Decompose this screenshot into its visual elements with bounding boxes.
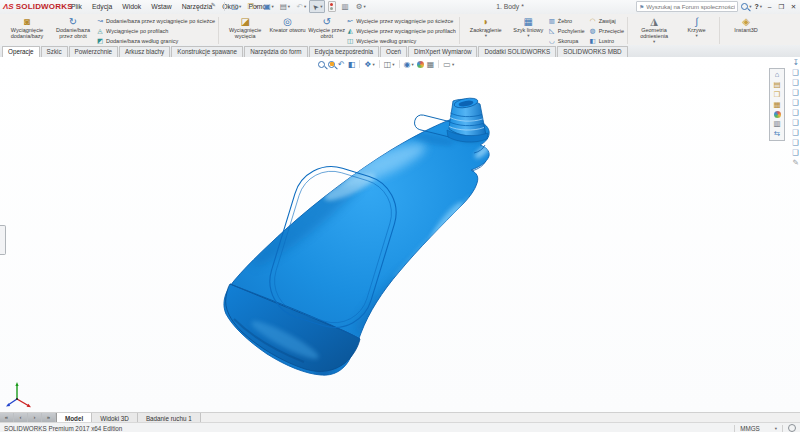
cut-extrude-button[interactable]: ◪ Wyciągnięcie wycięcia — [222, 15, 268, 46]
close-button[interactable]: ✕ — [789, 3, 798, 11]
select-tool-button[interactable]: ➤ ▾ — [309, 0, 324, 13]
tags-icon[interactable] — [788, 424, 796, 432]
previous-view-button[interactable]: ↶ — [338, 60, 345, 69]
linear-pattern-button[interactable]: ▦ Szyk liniowy ▾ — [509, 15, 548, 46]
tab-dodatki-solidworks[interactable]: Dodatki SOLIDWORKS — [478, 46, 556, 58]
chevron-down-icon: ▾ — [272, 4, 274, 9]
sketch-pencil-icon[interactable]: ✎ — [792, 159, 798, 168]
section-view-button[interactable]: ◧ — [348, 60, 356, 69]
statusbar-right: MMGS ▾ — [734, 424, 800, 432]
view-right-button[interactable]: ❑ — [792, 99, 799, 108]
view-settings-button[interactable]: ▭ ▾ — [443, 60, 454, 69]
chevron-down-icon: ▾ — [760, 4, 762, 9]
restore-button[interactable]: ❐ — [777, 3, 786, 11]
tab-powierzchnie[interactable]: Powierzchnie — [69, 46, 118, 58]
chevron-down-icon: ▾ — [255, 4, 257, 9]
model-bottle[interactable] — [0, 57, 800, 412]
new-button[interactable]: ▢ ▾ — [228, 0, 243, 13]
wrap-button[interactable]: ◠ Zawijaj — [589, 16, 624, 25]
file-explorer-icon[interactable]: ❒ — [774, 91, 781, 100]
reference-geometry-button[interactable]: ◮ Geometria odniesienia ▾ — [631, 15, 677, 46]
task-pane-tab-strip: ⌂ ▤ ❒ ▦ ▥ ⇆ — [769, 68, 785, 141]
display-style-button[interactable]: ◫ ▾ — [384, 60, 395, 69]
boss-extrude-button[interactable]: ◙ Wyciągnięcie dodania/bazy — [4, 15, 50, 46]
view-front-button[interactable]: ❑ — [792, 69, 799, 78]
view-trimetric-button[interactable]: ❑ — [792, 139, 799, 148]
resources-home-icon[interactable]: ⌂ — [775, 71, 780, 80]
menu-plik[interactable]: Plik — [66, 3, 87, 10]
forum-flag-icon: ⚑ — [639, 4, 644, 10]
tab-konstrukcje-spawane[interactable]: Konstrukcje spawane — [171, 46, 243, 58]
undo-button[interactable]: ↶ ▾ — [293, 0, 308, 13]
hide-show-items-button[interactable]: ◉ ▾ — [404, 60, 414, 69]
view-dimetric-button[interactable]: ❑ — [792, 149, 799, 158]
coordinate-triad — [4, 379, 34, 409]
button-label: Lustro — [599, 38, 614, 44]
zoom-area-button[interactable] — [328, 61, 335, 68]
rebuild-button[interactable] — [326, 0, 338, 13]
instant3d-button[interactable]: ◈ Instant3D — [723, 15, 769, 46]
menu-edycja[interactable]: Edycja — [87, 3, 117, 10]
menu-wstaw[interactable]: Wstaw — [146, 3, 176, 10]
minimize-button[interactable]: – — [765, 3, 774, 10]
fillet-button[interactable]: ◗ Zaokrąglenie ▾ — [463, 15, 509, 46]
view-palette-icon[interactable]: ▦ — [773, 101, 780, 110]
options-button[interactable]: ⚙ ▾ — [353, 0, 368, 13]
search-button[interactable]: ▾ — [741, 3, 751, 10]
custom-properties-icon[interactable]: ▥ — [773, 120, 780, 129]
view-orientation-button[interactable]: ❖ ▾ — [364, 60, 374, 69]
revolved-cut-button[interactable]: ↺ Wycięcie przez obrót — [307, 15, 346, 46]
print-button[interactable]: ▤ ▾ — [277, 0, 292, 13]
boundary-cut-button[interactable]: ◫ Wycięcie według granicy — [346, 36, 456, 45]
feature-manager-collapsed-tab[interactable] — [0, 225, 6, 255]
tab-szkic[interactable]: Szkic — [41, 46, 68, 58]
forum-icon[interactable]: ⇆ — [774, 130, 780, 139]
intersect-button[interactable]: ◍ Przecięcie — [589, 26, 624, 35]
lofted-cut-button[interactable]: ◭ Wycięcie przez wyciągnięcie po profila… — [346, 26, 456, 35]
unit-system-selector[interactable]: MMGS ▾ — [740, 425, 777, 432]
tab-narzedzia-do-form[interactable]: Narzędzia do form — [244, 46, 307, 58]
apply-scene-button[interactable]: ▦ — [427, 60, 435, 69]
swept-cut-button[interactable]: ↜ Wycięcie przez wyciągnięcie po ścieżce — [346, 16, 456, 25]
tab-dimxpert[interactable]: DimXpert Wymiarów — [408, 46, 477, 58]
save-button[interactable]: ▣ ▾ — [261, 0, 276, 13]
graphics-viewport[interactable]: ↶ ◧ ❖ ▾ ◫ ▾ ◉ ▾ ▦ — [0, 57, 800, 412]
view-left-button[interactable]: ❑ — [792, 89, 799, 98]
boundary-boss-button[interactable]: ◩ Dodanie/baza według granicy — [96, 36, 215, 45]
boss-small-buttons: ↝ Dodanie/baza przez wyciągnięcie po ści… — [96, 15, 215, 46]
file-properties-button[interactable]: ▥ — [339, 0, 352, 13]
tab-ocen[interactable]: Oceń — [380, 46, 407, 58]
button-label: Instant3D — [734, 27, 758, 33]
tab-edycja-bezposrednia[interactable]: Edycja bezpośrednia — [309, 46, 379, 58]
mirror-button[interactable]: ◧ Lustro — [589, 36, 624, 45]
view-back-button[interactable]: ❑ — [792, 79, 799, 88]
tab-operacje[interactable]: Operacje — [2, 46, 40, 58]
edit-appearance-icon — [417, 61, 424, 68]
toolbar-divider — [438, 60, 439, 68]
rib-button[interactable]: ▥ Żebro — [548, 16, 585, 25]
button-label: Wyciągnięcie dodania/bazy — [5, 27, 49, 39]
revolved-boss-button[interactable]: ↻ Dodanie/baza przez obrót — [50, 15, 96, 46]
swept-boss-button[interactable]: ↝ Dodanie/baza przez wyciągnięcie po ści… — [96, 16, 215, 25]
shell-button[interactable]: ◡ Skorupa — [548, 36, 585, 45]
design-library-icon[interactable]: ▤ — [773, 81, 780, 90]
search-input[interactable] — [646, 4, 735, 10]
help-button[interactable]: ? ▾ — [754, 3, 762, 10]
edit-appearance-button[interactable] — [417, 61, 424, 68]
tab-solidworks-mbd[interactable]: SOLIDWORKS MBD — [557, 46, 627, 58]
lofted-boss-button[interactable]: ◬ Wyciągnięcie po profilach — [96, 26, 215, 35]
menu-widok[interactable]: Widok — [117, 3, 146, 10]
open-button[interactable]: ❒ ▾ — [244, 0, 259, 13]
zoom-fit-button[interactable] — [318, 61, 325, 68]
view-top-button[interactable]: ❑ — [792, 109, 799, 118]
draft-button[interactable]: ◺ Pochylenie — [548, 26, 585, 35]
curves-button[interactable]: ∫ Krzywe ▾ — [677, 15, 716, 46]
tab-arkusz-blachy[interactable]: Arkusz blachy — [119, 46, 170, 58]
appearances-icon[interactable] — [774, 111, 781, 118]
normal-to-button[interactable]: ↧ — [792, 59, 798, 68]
hole-wizard-button[interactable]: ◎ Kreator otworu — [268, 15, 307, 46]
button-label: Kreator otworu — [270, 27, 306, 33]
view-isometric-button[interactable]: ❑ — [792, 129, 799, 138]
chevron-down-icon: ▾ — [653, 40, 655, 44]
view-bottom-button[interactable]: ❑ — [792, 119, 799, 128]
